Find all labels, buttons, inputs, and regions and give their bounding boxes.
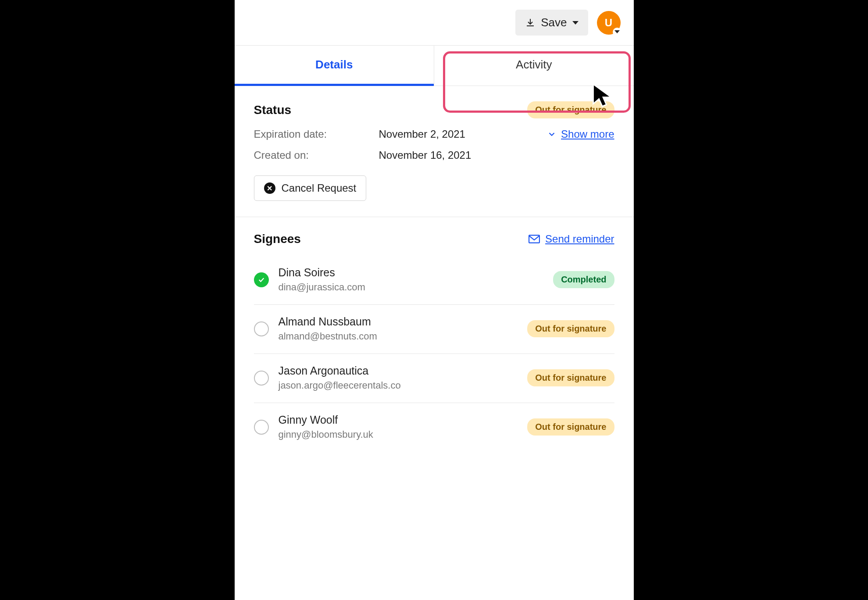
svg-rect-0 bbox=[529, 235, 539, 243]
cancel-request-button[interactable]: ✕ Cancel Request bbox=[254, 175, 367, 201]
signee-info: Jason Argonauticajason.argo@fleecerental… bbox=[279, 364, 518, 391]
signee-email: dina@jurassica.com bbox=[279, 282, 544, 293]
close-icon: ✕ bbox=[264, 182, 275, 194]
empty-circle-icon bbox=[254, 371, 269, 386]
status-badge: Out for signature bbox=[527, 101, 614, 118]
signee-name: Almand Nussbaum bbox=[279, 315, 518, 328]
empty-circle-icon bbox=[254, 321, 269, 336]
tab-activity[interactable]: Activity bbox=[434, 46, 634, 86]
created-row: Created on: November 16, 2021 bbox=[254, 149, 614, 161]
show-more-label: Show more bbox=[561, 128, 614, 140]
signee-row: Jason Argonauticajason.argo@fleecerental… bbox=[254, 354, 614, 403]
check-circle-icon bbox=[254, 272, 269, 287]
signee-list: Dina Soiresdina@jurassica.comCompletedAl… bbox=[254, 256, 614, 452]
empty-circle-icon bbox=[254, 420, 269, 435]
send-reminder-label: Send reminder bbox=[545, 233, 614, 245]
mail-icon bbox=[529, 235, 540, 243]
send-reminder-link[interactable]: Send reminder bbox=[529, 233, 614, 245]
expiration-label: Expiration date: bbox=[254, 128, 379, 140]
signee-name: Jason Argonautica bbox=[279, 364, 518, 377]
caret-down-icon bbox=[613, 28, 622, 36]
content: Status Out for signature Expiration date… bbox=[235, 86, 634, 452]
signee-status-badge: Completed bbox=[553, 271, 614, 288]
chevron-down-icon bbox=[547, 129, 557, 139]
cancel-request-label: Cancel Request bbox=[282, 182, 357, 194]
avatar-menu[interactable]: U bbox=[597, 11, 621, 35]
save-button[interactable]: Save bbox=[515, 10, 588, 36]
status-header: Status Out for signature bbox=[254, 101, 614, 118]
signee-status-badge: Out for signature bbox=[527, 320, 614, 337]
signees-heading: Signees bbox=[254, 232, 301, 246]
tab-details[interactable]: Details bbox=[235, 46, 434, 86]
expiration-row: Expiration date: November 2, 2021 Show m… bbox=[254, 128, 614, 140]
signee-name: Ginny Woolf bbox=[279, 414, 518, 426]
signee-info: Ginny Woolfginny@bloomsbury.uk bbox=[279, 414, 518, 440]
tabs: Details Activity bbox=[235, 45, 634, 86]
avatar-initial: U bbox=[605, 17, 612, 29]
created-value: November 16, 2021 bbox=[379, 149, 472, 161]
tab-details-label: Details bbox=[315, 58, 353, 71]
signee-row: Ginny Woolfginny@bloomsbury.ukOut for si… bbox=[254, 403, 614, 452]
signee-name: Dina Soires bbox=[279, 266, 544, 279]
signee-info: Dina Soiresdina@jurassica.com bbox=[279, 266, 544, 293]
download-icon bbox=[525, 18, 536, 28]
signee-email: ginny@bloomsbury.uk bbox=[279, 429, 518, 440]
tab-activity-label: Activity bbox=[516, 58, 552, 71]
section-divider bbox=[235, 217, 634, 217]
status-heading: Status bbox=[254, 103, 292, 117]
caret-down-icon bbox=[572, 21, 579, 25]
signee-email: jason.argo@fleecerentals.co bbox=[279, 380, 518, 391]
panel: Save U Details Activity Status Out for s… bbox=[235, 0, 634, 600]
signee-email: almand@bestnuts.com bbox=[279, 331, 518, 342]
signee-status-badge: Out for signature bbox=[527, 418, 614, 436]
signee-info: Almand Nussbaumalmand@bestnuts.com bbox=[279, 315, 518, 342]
created-label: Created on: bbox=[254, 149, 379, 161]
signee-row: Dina Soiresdina@jurassica.comCompleted bbox=[254, 256, 614, 305]
save-label: Save bbox=[541, 16, 567, 29]
expiration-value: November 2, 2021 bbox=[379, 128, 465, 140]
show-more-link[interactable]: Show more bbox=[547, 128, 614, 140]
signee-status-badge: Out for signature bbox=[527, 369, 614, 386]
signee-row: Almand Nussbaumalmand@bestnuts.comOut fo… bbox=[254, 305, 614, 354]
header: Save U bbox=[235, 0, 634, 45]
signees-header: Signees Send reminder bbox=[254, 232, 614, 246]
